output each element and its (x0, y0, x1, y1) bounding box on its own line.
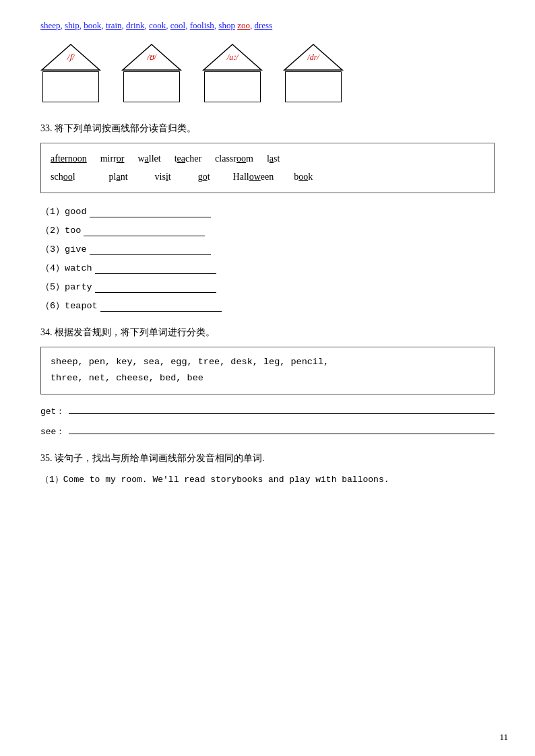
word-school: school (51, 168, 75, 186)
fill-prefix-1: （1）good (40, 207, 87, 217)
fill-item-1: （1）good (40, 205, 495, 217)
word-ship: ship (65, 20, 80, 30)
get-fill-line (69, 413, 495, 414)
house-4-label: /dr/ (307, 53, 319, 63)
house-4: /dr/ (283, 43, 344, 102)
word-got: got (198, 168, 210, 186)
house-1: /ʃ/ (40, 43, 101, 102)
house-1-body (42, 71, 99, 102)
word-cool: cool (170, 20, 185, 30)
section-33-title: 33. 将下列单词按画线部分读音归类。 (40, 123, 495, 135)
house-4-body (285, 71, 342, 102)
word-cook: cook (149, 20, 166, 30)
word-book: book (84, 20, 101, 30)
get-line: get： (40, 405, 495, 417)
top-word-list: sheep, ship, book, train, drink, cook, c… (40, 20, 495, 31)
section-34-box: sheep, pen, key, sea, egg, tree, desk, l… (40, 347, 495, 394)
fill-line-1 (90, 217, 211, 217)
section-35-title: 35. 读句子，找出与所给单词画线部分发音相同的单词. (40, 452, 495, 465)
page-number: 11 (499, 732, 508, 743)
section-33-table: afternoon mirror wallet teacher classroo… (40, 143, 495, 193)
word-mirror: mirror (100, 150, 125, 168)
word-book: book (294, 168, 313, 186)
fill-item-6: （6）teapot (40, 300, 495, 312)
word-halloween: Halloween (233, 168, 274, 186)
word-foolish: foolish (190, 20, 214, 30)
word-dress: dress (254, 20, 272, 30)
table-row-1: afternoon mirror wallet teacher classroo… (51, 150, 484, 168)
fill-item-3: （3）give (40, 243, 495, 255)
house-2-label: /ʊ/ (147, 53, 156, 63)
word-shop: shop (218, 20, 235, 30)
word-teacher: teacher (175, 150, 201, 168)
fill-line-5 (95, 292, 216, 293)
house-3-label: /uː/ (227, 53, 239, 63)
fill-line-4 (95, 273, 216, 274)
see-line: see： (40, 425, 495, 438)
word-sheep: sheep (40, 20, 61, 30)
house-3-body (204, 71, 261, 102)
fill-line-2 (84, 236, 205, 236)
fill-items-container: （1）good （2）too （3）give （4）watch （5）party… (40, 205, 495, 312)
house-2-body (123, 71, 180, 102)
fill-prefix-4: （4）watch (40, 263, 92, 273)
see-fill-line (69, 434, 495, 434)
house-3: /uː/ (202, 43, 263, 102)
word-visit: visit (155, 168, 171, 186)
house-1-label: /ʃ/ (67, 53, 75, 63)
fill-prefix-6: （6）teapot (40, 301, 98, 311)
word-last: last (267, 150, 280, 168)
section-34-title: 34. 根据发音规则，将下列单词进行分类。 (40, 327, 495, 339)
word-drink: drink (126, 20, 144, 30)
word-box-line1: sheep, pen, key, sea, egg, tree, desk, l… (51, 354, 484, 370)
word-classroom: classroom (215, 150, 253, 168)
get-label: get： (40, 405, 65, 417)
fill-item-4: （4）watch (40, 262, 495, 274)
section-35: 35. 读句子，找出与所给单词画线部分发音相同的单词. （1）Come to m… (40, 452, 495, 487)
table-row-2: school plant visit got Halloween book (51, 168, 484, 186)
word-box-line2: three, net, cheese, bed, bee (51, 370, 484, 386)
house-2: /ʊ/ (121, 43, 182, 102)
word-zoo: zoo (237, 20, 250, 30)
see-label: see： (40, 425, 65, 438)
word-train: train (106, 20, 122, 30)
fill-line-3 (90, 254, 211, 255)
word-plant: plant (109, 168, 128, 186)
fill-line-6 (100, 311, 222, 312)
word-wallet: wallet (137, 150, 160, 168)
section-33: 33. 将下列单词按画线部分读音归类。 afternoon mirror wal… (40, 123, 495, 312)
section-34: 34. 根据发音规则，将下列单词进行分类。 sheep, pen, key, s… (40, 327, 495, 438)
fill-item-2: （2）too (40, 224, 495, 236)
fill-prefix-5: （5）party (40, 282, 92, 292)
fill-prefix-3: （3）give (40, 244, 87, 254)
sentence-1: （1）Come to my room. We'll read storybook… (40, 473, 495, 487)
fill-prefix-2: （2）too (40, 226, 81, 236)
sentence-1-text: （1）Come to my room. We'll read storybook… (40, 475, 389, 485)
fill-item-5: （5）party (40, 281, 495, 293)
houses-container: /ʃ/ /ʊ/ /uː/ /dr/ (40, 43, 495, 102)
word-afternoon: afternoon (51, 150, 87, 168)
